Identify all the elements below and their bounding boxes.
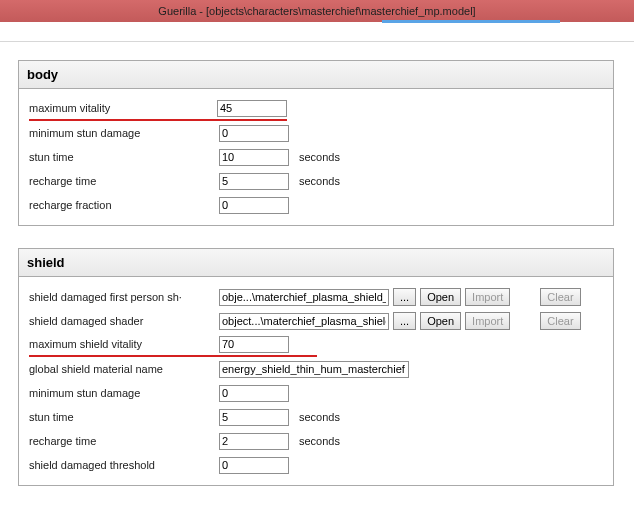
unit-recharge-time: seconds (299, 175, 340, 187)
input-shield-max-vitality[interactable] (219, 336, 289, 353)
label-shield-dmg-thresh: shield damaged threshold (29, 459, 219, 471)
field-shield-recharge-time: recharge time seconds (29, 429, 603, 453)
section-body-fields: maximum vitality minimum stun damage stu… (19, 89, 613, 225)
label-recharge-time: recharge time (29, 175, 219, 187)
label-shield-dmg-fp: shield damaged first person sh· (29, 291, 219, 303)
browse-button[interactable]: ... (393, 312, 416, 330)
label-shield-stun-time: stun time (29, 411, 219, 423)
label-global-mat: global shield material name (29, 363, 219, 375)
field-shield-max-vitality: maximum shield vitality (29, 333, 317, 357)
field-max-vitality: maximum vitality (29, 97, 287, 121)
title-bar: Guerilla - [objects\characters\masterchi… (0, 0, 634, 22)
input-shield-min-stun[interactable] (219, 385, 289, 402)
input-global-mat (219, 361, 409, 378)
unit-stun-time: seconds (299, 151, 340, 163)
field-min-stun: minimum stun damage (29, 121, 603, 145)
label-shield-min-stun: minimum stun damage (29, 387, 219, 399)
import-button: Import (465, 312, 510, 330)
clear-button-fp: Clear (540, 288, 580, 306)
input-min-stun[interactable] (219, 125, 289, 142)
input-recharge-time[interactable] (219, 173, 289, 190)
input-shield-stun-time[interactable] (219, 409, 289, 426)
open-button[interactable]: Open (420, 312, 461, 330)
field-stun-time: stun time seconds (29, 145, 603, 169)
label-shield-dmg: shield damaged shader (29, 315, 219, 327)
open-button-fp[interactable]: Open (420, 288, 461, 306)
field-shield-dmg-fp: shield damaged first person sh· ... Open… (29, 285, 603, 309)
toolbar-spacer (0, 22, 634, 42)
field-recharge-fraction: recharge fraction (29, 193, 603, 217)
window-title: Guerilla - [objects\characters\masterchi… (158, 5, 475, 17)
section-body-header: body (19, 61, 613, 89)
input-shield-dmg[interactable] (219, 313, 389, 330)
input-shield-recharge-time[interactable] (219, 433, 289, 450)
browse-button-fp[interactable]: ... (393, 288, 416, 306)
field-shield-dmg-thresh: shield damaged threshold (29, 453, 603, 477)
input-shield-dmg-thresh[interactable] (219, 457, 289, 474)
input-recharge-fraction[interactable] (219, 197, 289, 214)
field-shield-min-stun: minimum stun damage (29, 381, 603, 405)
label-min-stun: minimum stun damage (29, 127, 219, 139)
section-shield-fields: shield damaged first person sh· ... Open… (19, 277, 613, 485)
import-button-fp: Import (465, 288, 510, 306)
label-shield-recharge-time: recharge time (29, 435, 219, 447)
unit-shield-stun-time: seconds (299, 411, 340, 423)
label-stun-time: stun time (29, 151, 219, 163)
label-recharge-fraction: recharge fraction (29, 199, 219, 211)
section-shield: shield shield damaged first person sh· .… (18, 248, 614, 486)
input-stun-time[interactable] (219, 149, 289, 166)
field-shield-dmg: shield damaged shader ... Open Import Cl… (29, 309, 603, 333)
input-max-vitality[interactable] (217, 100, 287, 117)
label-shield-max-vitality: maximum shield vitality (29, 338, 219, 350)
section-body: body maximum vitality minimum stun damag… (18, 60, 614, 226)
field-global-mat: global shield material name (29, 357, 603, 381)
annotation-underline-title (382, 20, 560, 23)
label-max-vitality: maximum vitality (29, 102, 217, 114)
content-area: body maximum vitality minimum stun damag… (0, 42, 634, 515)
field-shield-stun-time: stun time seconds (29, 405, 603, 429)
clear-button: Clear (540, 312, 580, 330)
input-shield-dmg-fp[interactable] (219, 289, 389, 306)
field-recharge-time: recharge time seconds (29, 169, 603, 193)
unit-shield-recharge-time: seconds (299, 435, 340, 447)
section-shield-header: shield (19, 249, 613, 277)
